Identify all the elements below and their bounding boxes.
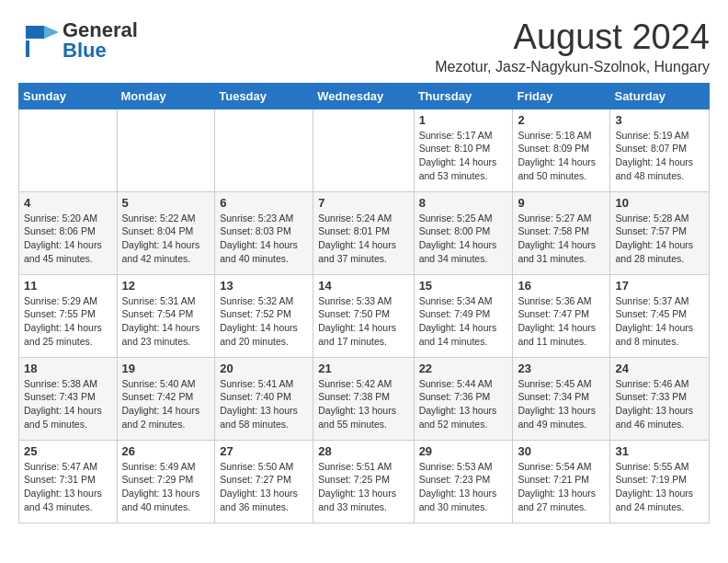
calendar-cell: 23Sunrise: 5:45 AMSunset: 7:34 PMDayligh…	[513, 357, 610, 440]
calendar-cell: 30Sunrise: 5:54 AMSunset: 7:21 PMDayligh…	[513, 440, 610, 523]
day-info: Sunrise: 5:46 AMSunset: 7:33 PMDaylight:…	[615, 377, 704, 431]
day-number: 2	[518, 113, 605, 127]
calendar-cell: 28Sunrise: 5:51 AMSunset: 7:25 PMDayligh…	[313, 440, 414, 523]
day-info: Sunrise: 5:54 AMSunset: 7:21 PMDaylight:…	[518, 460, 605, 514]
day-number: 30	[518, 444, 605, 458]
day-number: 10	[615, 196, 704, 210]
day-number: 20	[220, 362, 308, 375]
weekday-header-wednesday: Wednesday	[313, 83, 414, 109]
day-info: Sunrise: 5:19 AMSunset: 8:07 PMDaylight:…	[615, 129, 704, 183]
day-info: Sunrise: 5:31 AMSunset: 7:54 PMDaylight:…	[122, 294, 210, 349]
day-number: 11	[24, 279, 112, 293]
day-info: Sunrise: 5:22 AMSunset: 8:04 PMDaylight:…	[122, 212, 210, 266]
calendar-cell: 25Sunrise: 5:47 AMSunset: 7:31 PMDayligh…	[19, 440, 118, 523]
day-number: 26	[122, 444, 210, 458]
day-info: Sunrise: 5:47 AMSunset: 7:31 PMDaylight:…	[24, 460, 112, 514]
day-number: 6	[220, 196, 308, 210]
day-info: Sunrise: 5:53 AMSunset: 7:23 PMDaylight:…	[419, 460, 508, 514]
day-info: Sunrise: 5:41 AMSunset: 7:40 PMDaylight:…	[220, 377, 308, 431]
day-number: 19	[122, 362, 210, 375]
day-number: 17	[615, 279, 704, 293]
calendar-cell	[19, 109, 118, 191]
day-info: Sunrise: 5:20 AMSunset: 8:06 PMDaylight:…	[24, 212, 112, 266]
logo-icon	[18, 18, 59, 59]
day-info: Sunrise: 5:44 AMSunset: 7:36 PMDaylight:…	[419, 377, 508, 431]
day-number: 7	[318, 196, 408, 210]
day-info: Sunrise: 5:36 AMSunset: 7:47 PMDaylight:…	[518, 294, 605, 349]
day-number: 18	[24, 362, 112, 375]
day-info: Sunrise: 5:25 AMSunset: 8:00 PMDaylight:…	[419, 212, 508, 266]
logo: General Blue	[18, 18, 138, 63]
location-subtitle: Mezotur, Jasz-Nagykun-Szolnok, Hungary	[435, 59, 710, 75]
calendar-cell: 16Sunrise: 5:36 AMSunset: 7:47 PMDayligh…	[513, 274, 610, 357]
weekday-header-monday: Monday	[117, 83, 215, 109]
calendar-cell: 9Sunrise: 5:27 AMSunset: 7:58 PMDaylight…	[513, 191, 610, 274]
calendar-cell: 4Sunrise: 5:20 AMSunset: 8:06 PMDaylight…	[19, 191, 118, 274]
day-info: Sunrise: 5:34 AMSunset: 7:49 PMDaylight:…	[419, 294, 508, 349]
day-info: Sunrise: 5:27 AMSunset: 7:58 PMDaylight:…	[518, 212, 605, 266]
day-number: 13	[220, 279, 308, 293]
calendar-cell: 10Sunrise: 5:28 AMSunset: 7:57 PMDayligh…	[610, 191, 710, 274]
day-number: 27	[220, 444, 308, 458]
day-number: 8	[419, 196, 508, 210]
calendar-cell: 15Sunrise: 5:34 AMSunset: 7:49 PMDayligh…	[414, 274, 513, 357]
page-header: General Blue August 2024 Mezotur, Jasz-N…	[18, 18, 710, 75]
weekday-header-tuesday: Tuesday	[215, 83, 313, 109]
svg-marker-1	[26, 26, 44, 39]
calendar-cell: 26Sunrise: 5:49 AMSunset: 7:29 PMDayligh…	[117, 440, 215, 523]
logo-text: General Blue	[63, 20, 138, 61]
calendar-cell: 22Sunrise: 5:44 AMSunset: 7:36 PMDayligh…	[414, 357, 513, 440]
calendar-cell	[117, 109, 215, 191]
day-info: Sunrise: 5:23 AMSunset: 8:03 PMDaylight:…	[220, 212, 308, 266]
day-number: 15	[419, 279, 508, 293]
day-number: 16	[518, 279, 605, 293]
day-number: 31	[615, 444, 704, 458]
day-number: 22	[419, 362, 508, 375]
day-info: Sunrise: 5:24 AMSunset: 8:01 PMDaylight:…	[318, 212, 408, 266]
day-number: 14	[318, 279, 408, 293]
calendar-cell: 6Sunrise: 5:23 AMSunset: 8:03 PMDaylight…	[215, 191, 313, 274]
day-info: Sunrise: 5:55 AMSunset: 7:19 PMDaylight:…	[615, 460, 704, 514]
calendar-cell: 20Sunrise: 5:41 AMSunset: 7:40 PMDayligh…	[215, 357, 313, 440]
calendar-cell	[313, 109, 414, 191]
day-info: Sunrise: 5:28 AMSunset: 7:57 PMDaylight:…	[615, 212, 704, 266]
day-number: 29	[419, 444, 508, 458]
day-number: 9	[518, 196, 605, 210]
weekday-header-row: SundayMondayTuesdayWednesdayThursdayFrid…	[19, 83, 710, 109]
day-number: 4	[24, 196, 112, 210]
day-info: Sunrise: 5:32 AMSunset: 7:52 PMDaylight:…	[220, 294, 308, 349]
calendar-cell: 14Sunrise: 5:33 AMSunset: 7:50 PMDayligh…	[313, 274, 414, 357]
weekday-header-thursday: Thursday	[414, 83, 513, 109]
weekday-header-friday: Friday	[513, 83, 610, 109]
day-info: Sunrise: 5:45 AMSunset: 7:34 PMDaylight:…	[518, 377, 605, 431]
day-info: Sunrise: 5:40 AMSunset: 7:42 PMDaylight:…	[122, 377, 210, 431]
month-year-title: August 2024	[435, 18, 710, 57]
day-number: 24	[615, 362, 704, 375]
calendar-cell: 31Sunrise: 5:55 AMSunset: 7:19 PMDayligh…	[610, 440, 710, 523]
day-info: Sunrise: 5:38 AMSunset: 7:43 PMDaylight:…	[24, 377, 112, 431]
day-number: 28	[318, 444, 408, 458]
day-info: Sunrise: 5:29 AMSunset: 7:55 PMDaylight:…	[24, 294, 112, 349]
calendar-cell: 18Sunrise: 5:38 AMSunset: 7:43 PMDayligh…	[19, 357, 118, 440]
calendar-cell: 29Sunrise: 5:53 AMSunset: 7:23 PMDayligh…	[414, 440, 513, 523]
week-row-2: 4Sunrise: 5:20 AMSunset: 8:06 PMDaylight…	[19, 191, 710, 274]
day-info: Sunrise: 5:17 AMSunset: 8:10 PMDaylight:…	[419, 129, 508, 183]
weekday-header-saturday: Saturday	[610, 83, 710, 109]
day-info: Sunrise: 5:33 AMSunset: 7:50 PMDaylight:…	[318, 294, 408, 349]
calendar-cell: 27Sunrise: 5:50 AMSunset: 7:27 PMDayligh…	[215, 440, 313, 523]
calendar-cell: 2Sunrise: 5:18 AMSunset: 8:09 PMDaylight…	[513, 109, 610, 191]
day-number: 12	[122, 279, 210, 293]
calendar-cell: 11Sunrise: 5:29 AMSunset: 7:55 PMDayligh…	[19, 274, 118, 357]
day-number: 5	[122, 196, 210, 210]
weekday-header-sunday: Sunday	[19, 83, 118, 109]
day-info: Sunrise: 5:51 AMSunset: 7:25 PMDaylight:…	[318, 460, 408, 514]
week-row-1: 1Sunrise: 5:17 AMSunset: 8:10 PMDaylight…	[19, 109, 710, 191]
day-number: 23	[518, 362, 605, 375]
day-number: 1	[419, 113, 508, 127]
calendar-cell: 1Sunrise: 5:17 AMSunset: 8:10 PMDaylight…	[414, 109, 513, 191]
week-row-4: 18Sunrise: 5:38 AMSunset: 7:43 PMDayligh…	[19, 357, 710, 440]
week-row-5: 25Sunrise: 5:47 AMSunset: 7:31 PMDayligh…	[19, 440, 710, 523]
day-info: Sunrise: 5:50 AMSunset: 7:27 PMDaylight:…	[220, 460, 308, 514]
calendar-cell: 3Sunrise: 5:19 AMSunset: 8:07 PMDaylight…	[610, 109, 710, 191]
day-info: Sunrise: 5:37 AMSunset: 7:45 PMDaylight:…	[615, 294, 704, 349]
